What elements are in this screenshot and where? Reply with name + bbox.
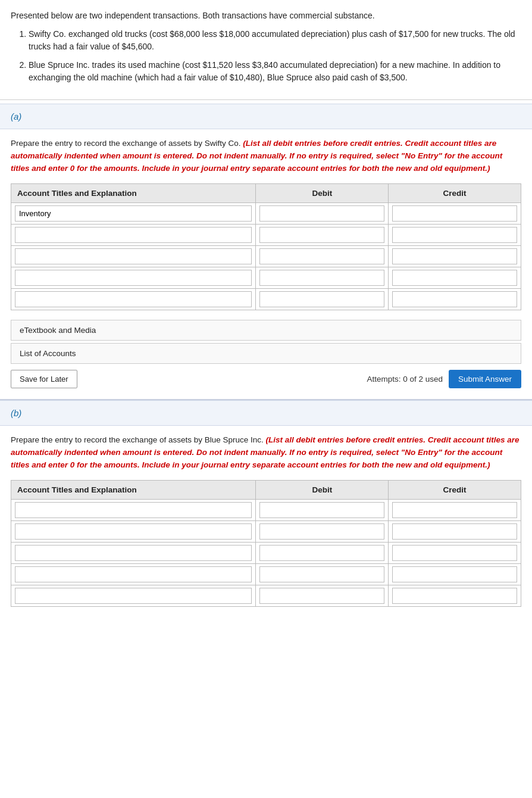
row3-credit-input-a[interactable] — [392, 248, 517, 264]
part-a-block: Prepare the entry to record the exchange… — [0, 129, 532, 399]
table-row — [11, 563, 521, 585]
row5-debit-cell-a — [256, 288, 389, 310]
col-credit-b: Credit — [389, 480, 521, 499]
col-credit-a: Credit — [389, 183, 521, 202]
part-b-table: Account Titles and Explanation Debit Cre… — [11, 480, 521, 607]
row4-credit-input-b[interactable] — [392, 566, 517, 582]
table-row — [11, 499, 521, 520]
row1-account-cell-a — [11, 202, 256, 224]
row1-account-cell-b — [11, 499, 256, 520]
list-accounts-button-a[interactable]: List of Accounts — [11, 343, 521, 364]
row5-account-input-b[interactable] — [15, 588, 252, 604]
row5-debit-input-b[interactable] — [259, 588, 384, 604]
row4-credit-cell-b — [389, 563, 521, 585]
row3-account-input-a[interactable] — [15, 248, 252, 264]
row5-credit-cell-b — [389, 585, 521, 606]
table-row — [11, 245, 521, 267]
part-a-label-bar: (a) — [0, 104, 532, 129]
row2-credit-cell-b — [389, 520, 521, 542]
transaction-2: Blue Spruce Inc. trades its used machine… — [29, 59, 521, 84]
row1-credit-input-b[interactable] — [392, 502, 517, 518]
right-actions-a: Attempts: 0 of 2 used Submit Answer — [367, 370, 521, 388]
row4-debit-input-a[interactable] — [259, 270, 384, 286]
row4-account-input-a[interactable] — [15, 270, 252, 286]
part-b-block: Prepare the entry to record the exchange… — [0, 426, 532, 627]
row2-debit-input-a[interactable] — [259, 227, 384, 243]
row3-credit-input-b[interactable] — [392, 545, 517, 561]
row5-debit-input-a[interactable] — [259, 291, 384, 307]
row2-debit-cell-b — [256, 520, 389, 542]
part-a-table-header-row: Account Titles and Explanation Debit Cre… — [11, 183, 521, 202]
row4-account-cell-a — [11, 267, 256, 288]
transactions-list: Swifty Co. exchanged old trucks (cost $6… — [29, 28, 521, 84]
table-row — [11, 520, 521, 542]
row2-credit-input-a[interactable] — [392, 227, 517, 243]
row4-credit-input-a[interactable] — [392, 270, 517, 286]
row4-account-cell-b — [11, 563, 256, 585]
row3-debit-cell-b — [256, 542, 389, 563]
col-account-b: Account Titles and Explanation — [11, 480, 256, 499]
row5-account-cell-b — [11, 585, 256, 606]
row3-debit-cell-a — [256, 245, 389, 267]
row2-account-input-b[interactable] — [15, 523, 252, 540]
table-row — [11, 267, 521, 288]
row1-credit-input-a[interactable] — [392, 205, 517, 222]
row1-debit-input-b[interactable] — [259, 502, 384, 518]
bottom-bar-a: Save for Later Attempts: 0 of 2 used Sub… — [11, 370, 521, 388]
part-b-instructions-plain: Prepare the entry to record the exchange… — [11, 435, 266, 444]
part-b-table-header-row: Account Titles and Explanation Debit Cre… — [11, 480, 521, 499]
row2-debit-input-b[interactable] — [259, 523, 384, 540]
intro-section: Presented below are two independent tran… — [0, 0, 532, 96]
preamble-text: Presented below are two independent tran… — [11, 10, 521, 22]
row4-debit-cell-b — [256, 563, 389, 585]
col-debit-a: Debit — [256, 183, 389, 202]
intro-divider — [0, 99, 532, 100]
row1-credit-cell-b — [389, 499, 521, 520]
row1-credit-cell-a — [389, 202, 521, 224]
part-a-instructions-plain: Prepare the entry to record the exchange… — [11, 139, 243, 148]
row2-credit-input-b[interactable] — [392, 523, 517, 540]
row5-credit-cell-a — [389, 288, 521, 310]
row2-debit-cell-a — [256, 224, 389, 245]
col-debit-b: Debit — [256, 480, 389, 499]
part-a-instructions: Prepare the entry to record the exchange… — [11, 138, 521, 175]
table-row — [11, 202, 521, 224]
part-a-table: Account Titles and Explanation Debit Cre… — [11, 183, 521, 310]
save-for-later-button[interactable]: Save for Later — [11, 370, 77, 388]
row4-account-input-b[interactable] — [15, 566, 252, 582]
table-row — [11, 542, 521, 563]
transaction-1: Swifty Co. exchanged old trucks (cost $6… — [29, 28, 521, 53]
row3-account-input-b[interactable] — [15, 545, 252, 561]
row1-debit-cell-b — [256, 499, 389, 520]
row4-debit-input-b[interactable] — [259, 566, 384, 582]
row2-account-cell-a — [11, 224, 256, 245]
table-row — [11, 288, 521, 310]
etextbook-button-a[interactable]: eTextbook and Media — [11, 320, 521, 341]
col-account-a: Account Titles and Explanation — [11, 183, 256, 202]
row4-credit-cell-a — [389, 267, 521, 288]
row3-credit-cell-b — [389, 542, 521, 563]
row3-debit-input-a[interactable] — [259, 248, 384, 264]
part-b-label-bar: (b) — [0, 400, 532, 426]
submit-answer-button-a[interactable]: Submit Answer — [449, 370, 521, 388]
part-a-label: (a) — [11, 111, 21, 121]
row4-debit-cell-a — [256, 267, 389, 288]
row3-debit-input-b[interactable] — [259, 545, 384, 561]
row5-account-input-a[interactable] — [15, 291, 252, 307]
row3-account-cell-b — [11, 542, 256, 563]
row5-credit-input-b[interactable] — [392, 588, 517, 604]
row1-account-input-a[interactable] — [15, 205, 252, 222]
row2-account-cell-b — [11, 520, 256, 542]
row2-credit-cell-a — [389, 224, 521, 245]
row1-account-input-b[interactable] — [15, 502, 252, 518]
row5-account-cell-a — [11, 288, 256, 310]
row1-debit-cell-a — [256, 202, 389, 224]
attempts-text-a: Attempts: 0 of 2 used — [367, 375, 443, 384]
row3-credit-cell-a — [389, 245, 521, 267]
row5-credit-input-a[interactable] — [392, 291, 517, 307]
row2-account-input-a[interactable] — [15, 227, 252, 243]
row1-debit-input-a[interactable] — [259, 205, 384, 222]
table-row — [11, 585, 521, 606]
table-row — [11, 224, 521, 245]
row3-account-cell-a — [11, 245, 256, 267]
